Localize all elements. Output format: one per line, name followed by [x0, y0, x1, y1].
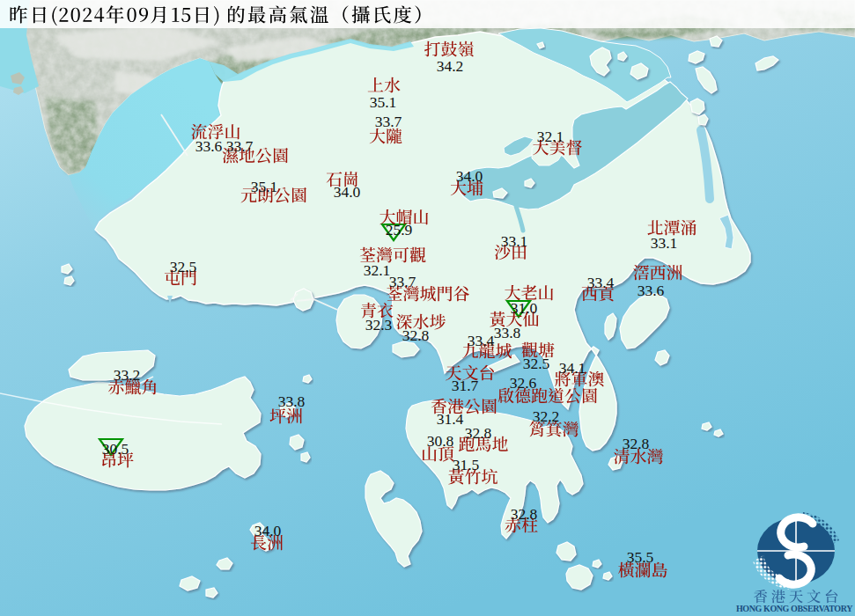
svg-text:34.2: 34.2 — [437, 57, 464, 75]
svg-text:32.8: 32.8 — [623, 435, 650, 452]
svg-text:33.7: 33.7 — [375, 113, 402, 130]
svg-text:30.8: 30.8 — [427, 432, 454, 450]
svg-text:32.1: 32.1 — [364, 261, 391, 279]
svg-text:31.4: 31.4 — [437, 410, 464, 428]
svg-text:31.0: 31.0 — [511, 299, 538, 317]
svg-text:32.8: 32.8 — [402, 326, 430, 344]
svg-text:35.1: 35.1 — [370, 93, 397, 111]
svg-text:30.5: 30.5 — [102, 440, 129, 458]
svg-text:HONG KONG OBSERVATORY: HONG KONG OBSERVATORY — [736, 604, 853, 613]
svg-text:33.4: 33.4 — [587, 274, 615, 291]
svg-text:31.5: 31.5 — [453, 456, 480, 473]
svg-text:32.2: 32.2 — [533, 407, 560, 425]
svg-text:32.8: 32.8 — [511, 505, 538, 523]
svg-text:32.5: 32.5 — [170, 258, 197, 275]
svg-text:33.8: 33.8 — [278, 392, 306, 410]
svg-text:32.6: 32.6 — [510, 374, 537, 392]
svg-text:34.1: 34.1 — [559, 359, 586, 377]
svg-text:31.7: 31.7 — [452, 377, 479, 394]
svg-text:25.9: 25.9 — [386, 221, 413, 238]
svg-text:33.4: 33.4 — [468, 332, 495, 349]
svg-text:33.1: 33.1 — [501, 232, 528, 250]
svg-text:33.6: 33.6 — [638, 282, 665, 299]
svg-text:32.3: 32.3 — [365, 316, 393, 334]
svg-text:35.1: 35.1 — [251, 178, 278, 195]
svg-text:32.8: 32.8 — [465, 424, 492, 442]
svg-text:34.0: 34.0 — [456, 167, 483, 185]
svg-text:32.1: 32.1 — [537, 128, 564, 145]
svg-text:33.7: 33.7 — [389, 273, 416, 290]
svg-text:33.7: 33.7 — [226, 137, 254, 155]
svg-text:32.5: 32.5 — [523, 355, 550, 372]
svg-text:33.8: 33.8 — [494, 324, 521, 341]
svg-text:35.5: 35.5 — [627, 548, 654, 566]
svg-text:33.1: 33.1 — [651, 234, 678, 252]
svg-text:33.6: 33.6 — [195, 137, 223, 155]
svg-text:34.0: 34.0 — [334, 183, 361, 201]
svg-text:33.2: 33.2 — [114, 366, 141, 384]
svg-text:34.0: 34.0 — [254, 522, 282, 539]
